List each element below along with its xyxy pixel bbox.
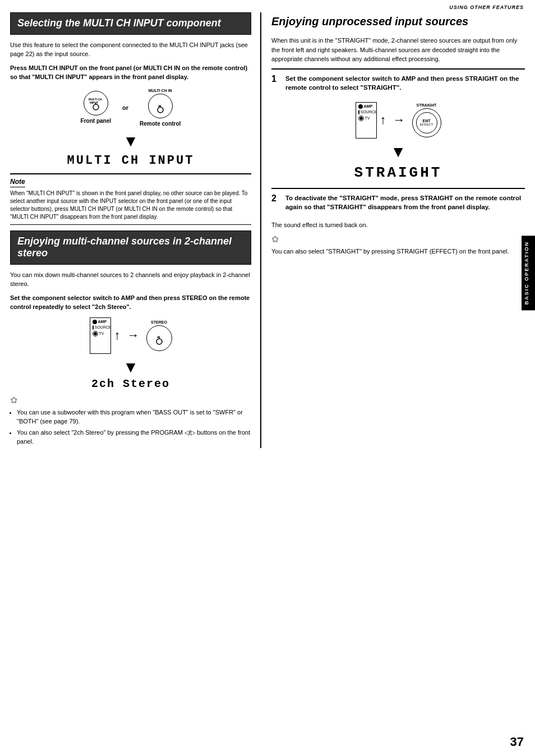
down-arrow-2: ▼ bbox=[10, 359, 251, 375]
stereo-icon-svg bbox=[150, 329, 168, 347]
svg-text:INPUT: INPUT bbox=[90, 101, 98, 104]
right-arrow-stereo: → bbox=[127, 328, 140, 343]
tip-text-right: You can also select "STRAIGHT" by pressi… bbox=[271, 247, 525, 256]
straight-inner-circle: ENT EFFECT bbox=[416, 112, 437, 133]
tv-row-r: TV bbox=[358, 116, 374, 121]
divider-2 bbox=[271, 188, 525, 189]
front-panel-label: Front panel bbox=[81, 118, 111, 124]
stereo-btn-icon bbox=[146, 325, 172, 351]
tip-section: ✿ You can use a subwoofer with this prog… bbox=[10, 395, 251, 446]
tip-item-1: You can use a subwoofer with this progra… bbox=[17, 408, 251, 426]
section1-title: Selecting the MULTI CH INPUT component bbox=[17, 17, 244, 30]
multi-ch-in-label: MULTI CH IN bbox=[140, 89, 181, 93]
straight-btn-icon: ENT EFFECT bbox=[412, 108, 441, 137]
section1-bold: Press MULTI CH INPUT on the front panel … bbox=[10, 63, 251, 82]
tip-symbol-right: ✿ bbox=[271, 234, 525, 245]
remote-icon bbox=[148, 94, 173, 118]
effect-label: EFFECT bbox=[420, 123, 433, 126]
amp-row-r: AMP bbox=[358, 104, 374, 109]
note-title: Note bbox=[10, 178, 25, 187]
front-panel-icon: MULTI CH INPUT bbox=[84, 91, 108, 116]
up-arrow-r: ↑ bbox=[380, 114, 386, 126]
selector-group: AMP SOURCE TV ↑ bbox=[90, 317, 121, 354]
or-text: or bbox=[122, 104, 128, 111]
source-row-r: SOURCE bbox=[358, 110, 374, 114]
right-title-text: Enjoying unprocessed input sources bbox=[271, 15, 525, 28]
tv-row: TV bbox=[93, 331, 108, 336]
up-arrow: ↑ bbox=[114, 329, 121, 342]
tip-section-right: ✿ You can also select "STRAIGHT" by pres… bbox=[271, 234, 525, 256]
tv-label: TV bbox=[99, 331, 104, 335]
selector-panel-right: AMP SOURCE TV bbox=[356, 102, 377, 139]
step2-header-row: 2 To deactivate the "STRAIGHT" mode, pre… bbox=[271, 193, 525, 216]
page-header: USING OTHER FEATURES bbox=[0, 0, 535, 12]
section2-title-box: Enjoying multi-channel sources in 2-chan… bbox=[10, 231, 251, 265]
note-text: When "MULTI CH INPUT" is shown in the fr… bbox=[10, 190, 251, 221]
selector-group-right: AMP SOURCE TV ↑ bbox=[356, 102, 386, 139]
multi-ch-diagram: MULTI CH INPUT Front panel or MULTI CH I… bbox=[10, 89, 251, 127]
amp-label: AMP bbox=[98, 320, 107, 324]
step2-block: 2 To deactivate the "STRAIGHT" mode, pre… bbox=[271, 193, 525, 256]
step1-block: 1 Set the component selector switch to A… bbox=[271, 74, 525, 181]
tv-label-r: TV bbox=[365, 116, 370, 120]
stereo-label: STEREO bbox=[146, 320, 172, 324]
step2-body: The sound effect is turned back on. bbox=[271, 220, 525, 230]
source-label: SOURCE bbox=[95, 325, 112, 329]
svg-point-7 bbox=[156, 339, 162, 344]
note-box: Note When "MULTI CH INPUT" is shown in t… bbox=[10, 173, 251, 225]
stereo-btn-group: STEREO bbox=[146, 320, 172, 351]
header-text: USING OTHER FEATURES bbox=[449, 4, 524, 10]
section1-title-box: Selecting the MULTI CH INPUT component bbox=[10, 12, 251, 35]
down-arrow-straight: ▼ bbox=[271, 144, 525, 160]
step2-header: To deactivate the "STRAIGHT" mode, press… bbox=[285, 193, 525, 211]
selector-panel: AMP SOURCE TV bbox=[90, 317, 111, 354]
step1-header: Set the component selector switch to AMP… bbox=[285, 74, 525, 92]
step1-number: 1 bbox=[271, 74, 276, 96]
tip-symbol-left: ✿ bbox=[10, 395, 251, 405]
down-arrow-1: ▼ bbox=[10, 133, 251, 149]
section2-body: You can mix down multi-channel sources t… bbox=[10, 270, 251, 289]
front-panel-group: MULTI CH INPUT Front panel bbox=[81, 91, 111, 124]
section2-title: Enjoying multi-channel sources in 2-chan… bbox=[17, 236, 244, 260]
section2-bold: Set the component selector switch to AMP… bbox=[10, 293, 251, 312]
multi-ch-input-icon: MULTI CH INPUT bbox=[87, 95, 104, 112]
straight-diagram: AMP SOURCE TV ↑ bbox=[271, 102, 525, 139]
straight-label: STRAIGHT bbox=[412, 103, 441, 107]
sidebar-label: BASIC OPERATION bbox=[524, 241, 529, 305]
section1-body: Use this feature to select the component… bbox=[10, 40, 251, 59]
step2-number: 2 bbox=[271, 193, 276, 216]
amp-row: AMP bbox=[93, 320, 108, 324]
straight-display: STRAIGHT bbox=[271, 164, 525, 181]
remote-group: MULTI CH IN Remote control bbox=[140, 89, 181, 127]
right-intro: When this unit is in the "STRAIGHT" mode… bbox=[271, 36, 525, 64]
sidebar-tab: BASIC OPERATION bbox=[522, 236, 535, 310]
multi-ch-display: MULTI CH INPUT bbox=[10, 154, 251, 168]
ent-label: ENT bbox=[423, 119, 431, 123]
right-section-title: Enjoying unprocessed input sources bbox=[271, 12, 525, 30]
page-number: 37 bbox=[510, 735, 524, 749]
remote-label: Remote control bbox=[140, 121, 181, 127]
step1-header-row: 1 Set the component selector switch to A… bbox=[271, 74, 525, 96]
amp-label-r: AMP bbox=[364, 104, 373, 108]
svg-point-4 bbox=[158, 107, 163, 113]
2ch-stereo-display: 2ch Stereo bbox=[10, 377, 251, 390]
straight-btn-group: STRAIGHT ENT EFFECT bbox=[412, 103, 441, 137]
right-arrow-straight: → bbox=[393, 113, 405, 127]
source-row: SOURCE bbox=[93, 325, 108, 330]
stereo-diagram: AMP SOURCE TV ↑ → bbox=[10, 317, 251, 354]
tip-list: You can use a subwoofer with this progra… bbox=[10, 408, 251, 446]
divider-1 bbox=[271, 68, 525, 70]
left-column: Selecting the MULTI CH INPUT component U… bbox=[10, 12, 251, 448]
right-column: Enjoying unprocessed input sources When … bbox=[260, 12, 525, 448]
tip-item-2: You can also select "2ch Stereo" by pres… bbox=[17, 428, 251, 446]
remote-btn-icon bbox=[152, 98, 169, 114]
svg-point-2 bbox=[93, 104, 99, 110]
source-label-r: SOURCE bbox=[361, 110, 377, 114]
